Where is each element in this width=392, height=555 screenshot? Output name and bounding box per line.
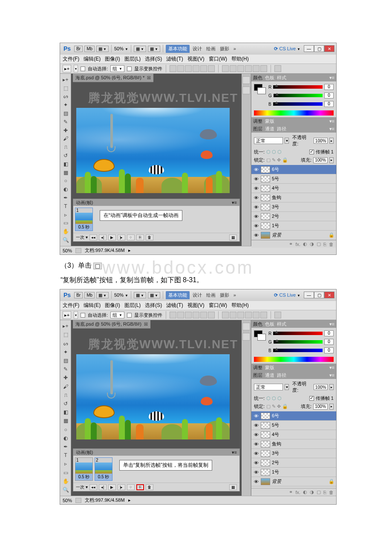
layer-4[interactable]: 👁4号 <box>251 184 336 193</box>
move-tool[interactable]: ▸+ <box>60 322 71 330</box>
tab-swatches[interactable]: 色板 <box>265 321 274 327</box>
opacity-value[interactable]: 100% <box>314 384 328 390</box>
r-value[interactable]: 0 <box>324 84 334 90</box>
tool-preset-dropdown[interactable]: ▾ <box>74 311 78 319</box>
menu-file[interactable]: 文件(F) <box>63 55 79 63</box>
layer-3[interactable]: 👁3号 <box>251 202 336 212</box>
workspace-tab-design[interactable]: 设计 <box>191 292 203 298</box>
blur-tool[interactable]: ○ <box>60 425 71 434</box>
link-layers-icon[interactable]: ⚭ <box>289 241 293 247</box>
menu-image[interactable]: 图像(I) <box>105 302 120 309</box>
cslive-button[interactable]: ⟳ CS Live ▼ <box>274 46 300 52</box>
status-zoom[interactable]: 50% <box>63 248 72 253</box>
tab-color[interactable]: 颜色 <box>253 75 262 81</box>
wand-tool[interactable]: ✦ <box>60 101 71 109</box>
maximize-button[interactable]: ▢ <box>314 45 324 52</box>
eye-icon[interactable]: 👁 <box>253 223 259 229</box>
maximize-button[interactable]: ▢ <box>314 292 324 298</box>
eye-icon[interactable]: 👁 <box>253 460 259 466</box>
background-color[interactable] <box>257 87 266 94</box>
opacity-value[interactable]: 100% <box>314 138 328 144</box>
tab-channels[interactable]: 通道 <box>265 372 274 379</box>
tab-layers[interactable]: 图层 <box>253 126 262 132</box>
blur-tool[interactable]: ○ <box>60 177 71 185</box>
fill-arrow[interactable]: ▸ <box>329 404 334 410</box>
eraser-tool[interactable]: ◧ <box>60 408 71 416</box>
workspace-tab-photo[interactable]: 摄影 <box>219 292 231 298</box>
duplicate-frame-button[interactable]: ⎘ <box>136 484 144 490</box>
stamp-tool[interactable]: ⎍ <box>60 391 71 399</box>
delete-layer-icon[interactable]: 🗑 <box>329 242 334 247</box>
fill-value[interactable]: 100% <box>313 157 328 163</box>
timeline-toggle-button[interactable]: ▦ <box>229 234 237 240</box>
eye-icon[interactable]: 👁 <box>253 422 259 428</box>
menu-select[interactable]: 选择(S) <box>145 55 162 63</box>
menu-select[interactable]: 选择(S) <box>145 302 162 309</box>
eye-icon[interactable]: 👁 <box>253 185 259 191</box>
mini-panel-1[interactable] <box>242 323 250 330</box>
workspace-tab-essentials[interactable]: 基本功能 <box>166 45 190 53</box>
document-canvas[interactable] <box>76 108 230 193</box>
document-canvas[interactable] <box>76 354 230 439</box>
mask-icon[interactable]: ◐ <box>303 489 307 495</box>
document-tab[interactable]: 海底.psd @ 50% (6号, RGB/8#) *☒ <box>73 74 153 82</box>
eye-icon[interactable]: 👁 <box>253 469 259 475</box>
layer-hook[interactable]: 👁鱼钩 <box>251 193 336 202</box>
eye-icon[interactable]: 👁 <box>253 413 259 419</box>
menu-window[interactable]: 窗口(W) <box>209 55 227 63</box>
gradient-tool[interactable]: ▦ <box>60 168 71 177</box>
tab-paths[interactable]: 路径 <box>277 126 286 132</box>
delete-frame-button[interactable]: 🗑 <box>146 234 153 240</box>
eye-icon[interactable]: 👁 <box>253 204 259 210</box>
menu-image[interactable]: 图像(I) <box>105 55 120 63</box>
tab-adjust[interactable]: 调整 <box>253 364 262 371</box>
play-button[interactable]: ▶ <box>108 234 116 240</box>
delete-frame-button[interactable]: 🗑 <box>146 484 153 490</box>
b-slider[interactable] <box>273 102 323 106</box>
auto-align-icon[interactable] <box>274 312 281 318</box>
zoom-tool[interactable]: 🔍 <box>60 236 71 244</box>
duplicate-frame-button[interactable]: ⎘ <box>136 234 144 240</box>
propagate-checkbox[interactable] <box>309 150 314 154</box>
b-value[interactable]: 0 <box>324 347 334 353</box>
brush-tool[interactable]: 🖌 <box>60 382 71 390</box>
layer-6[interactable]: 👁6号 <box>251 165 336 174</box>
text-tool[interactable]: T <box>60 451 71 460</box>
wand-tool[interactable]: ✦ <box>60 348 71 356</box>
heal-tool[interactable]: ✚ <box>60 373 71 382</box>
r-slider[interactable] <box>273 332 323 335</box>
gradient-tool[interactable]: ▦ <box>60 416 71 425</box>
auto-align-icon[interactable] <box>274 65 281 72</box>
first-frame-button[interactable]: ◂◂ <box>89 484 97 490</box>
tab-masks[interactable]: 蒙版 <box>265 364 274 371</box>
hue-strip[interactable] <box>254 110 334 116</box>
r-slider[interactable] <box>273 85 323 89</box>
zoom-tool[interactable]: 🔍 <box>60 486 71 494</box>
next-frame-button[interactable]: |▸ <box>118 484 125 490</box>
b-slider[interactable] <box>273 349 323 352</box>
tab-masks[interactable]: 蒙版 <box>265 118 274 124</box>
fill-value[interactable]: 100% <box>313 404 328 410</box>
tab-swatches[interactable]: 色板 <box>265 75 274 81</box>
align-cluster-2[interactable] <box>222 65 267 72</box>
dodge-tool[interactable]: ◐ <box>60 434 71 442</box>
eye-icon[interactable]: 👁 <box>253 195 259 201</box>
menu-filter[interactable]: 滤镜(T) <box>166 55 183 63</box>
menu-view[interactable]: 视图(V) <box>187 302 205 309</box>
g-slider[interactable] <box>274 340 323 344</box>
workspace-tab-paint[interactable]: 绘画 <box>205 292 217 298</box>
menu-edit[interactable]: 编辑(E) <box>84 55 101 63</box>
crop-tool[interactable]: ▤ <box>60 356 71 365</box>
layer-2[interactable]: 👁2号 <box>251 458 336 468</box>
path-tool[interactable]: ▹ <box>60 211 71 219</box>
status-doc[interactable]: 文档:997.9K/4.58M <box>85 247 125 254</box>
pen-tool[interactable]: ✒ <box>60 442 71 451</box>
workspace-tab-essentials[interactable]: 基本功能 <box>166 291 190 299</box>
view-mode-1[interactable]: ▦ <box>134 292 146 298</box>
menu-filter[interactable]: 滤镜(T) <box>166 302 183 309</box>
brush-tool[interactable]: 🖌 <box>60 135 71 143</box>
hand-tool[interactable]: ✋ <box>60 227 71 236</box>
tween-button[interactable]: ⁘ <box>127 484 135 490</box>
eyedropper-tool[interactable]: ✎ <box>60 118 71 126</box>
layer-2[interactable]: 👁2号 <box>251 212 336 221</box>
